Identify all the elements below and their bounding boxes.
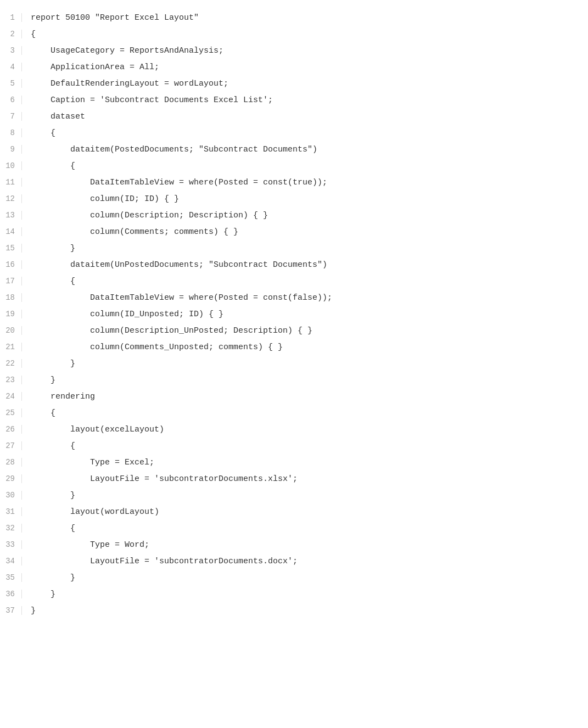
line-content: }	[22, 604, 36, 618]
line-number: 5	[0, 79, 22, 88]
line-content: UsageCategory = ReportsAndAnalysis;	[22, 44, 223, 58]
line-content: {	[22, 407, 55, 420]
code-line: 17 {	[0, 275, 588, 291]
line-number: 21	[0, 343, 22, 351]
line-content: column(ID_Unposted; ID) { }	[22, 308, 223, 321]
line-number: 19	[0, 310, 22, 318]
line-number: 34	[0, 557, 22, 565]
line-content: {	[22, 440, 75, 453]
line-number: 12	[0, 194, 22, 203]
line-content: column(Comments_Unposted; comments) { }	[22, 341, 283, 354]
code-line: 8 {	[0, 126, 588, 143]
code-line: 11 DataItemTableView = where(Posted = co…	[0, 176, 588, 192]
line-content: column(Description; Description) { }	[22, 209, 268, 222]
code-line: 27 {	[0, 439, 588, 456]
line-number: 16	[0, 260, 22, 269]
line-number: 7	[0, 112, 22, 121]
line-number: 22	[0, 359, 22, 368]
line-number: 6	[0, 96, 22, 104]
line-content: Caption = 'Subcontract Documents Excel L…	[22, 94, 273, 107]
line-number: 3	[0, 46, 22, 55]
code-line: 30 }	[0, 489, 588, 505]
code-line: 1report 50100 "Report Excel Layout"	[0, 11, 588, 27]
line-number: 32	[0, 524, 22, 533]
line-number: 26	[0, 425, 22, 434]
code-line: 6 Caption = 'Subcontract Documents Excel…	[0, 93, 588, 110]
line-content: layout(excelLayout)	[22, 423, 164, 436]
code-line: 36 }	[0, 587, 588, 604]
line-number: 8	[0, 128, 22, 137]
line-content: {	[22, 160, 75, 173]
code-line: 4 ApplicationArea = All;	[0, 60, 588, 77]
code-line: 31 layout(wordLayout)	[0, 505, 588, 522]
code-line: 32 {	[0, 522, 588, 538]
line-content: report 50100 "Report Excel Layout"	[22, 12, 199, 25]
line-content: DefaultRenderingLayout = wordLayout;	[22, 77, 228, 91]
line-number: 17	[0, 277, 22, 285]
code-line: 9 dataitem(PostedDocuments; "Subcontract…	[0, 143, 588, 159]
code-line: 37}	[0, 604, 588, 620]
line-content: LayoutFile = 'subcontratorDocuments.docx…	[22, 555, 298, 568]
code-line: 12 column(ID; ID) { }	[0, 192, 588, 209]
line-number: 20	[0, 326, 22, 335]
code-line: 25 {	[0, 406, 588, 423]
line-content: {	[22, 275, 75, 288]
line-content: Type = Word;	[22, 539, 149, 552]
line-content: }	[22, 374, 55, 387]
code-line: 33 Type = Word;	[0, 538, 588, 555]
line-number: 27	[0, 441, 22, 450]
code-line: 28 Type = Excel;	[0, 456, 588, 472]
line-content: dataitem(PostedDocuments; "Subcontract D…	[22, 143, 317, 156]
line-content: dataitem(UnPostedDocuments; "Subcontract…	[22, 259, 327, 272]
line-number: 11	[0, 178, 22, 187]
line-content: column(Description_UnPosted; Description…	[22, 324, 312, 338]
line-content: column(ID; ID) { }	[22, 193, 179, 206]
line-content: }	[22, 588, 55, 601]
code-line: 19 column(ID_Unposted; ID) { }	[0, 307, 588, 324]
line-content: DataItemTableView = where(Posted = const…	[22, 176, 327, 189]
code-block: 1report 50100 "Report Excel Layout"2{3 U…	[0, 11, 588, 620]
line-number: 36	[0, 590, 22, 598]
line-content: rendering	[22, 390, 95, 404]
line-number: 10	[0, 161, 22, 170]
line-number: 30	[0, 491, 22, 500]
code-line: 13 column(Description; Description) { }	[0, 209, 588, 225]
line-number: 24	[0, 392, 22, 401]
code-line: 34 LayoutFile = 'subcontratorDocuments.d…	[0, 555, 588, 571]
code-line: 16 dataitem(UnPostedDocuments; "Subcontr…	[0, 258, 588, 275]
line-content: }	[22, 489, 75, 502]
line-number: 33	[0, 540, 22, 549]
code-line: 5 DefaultRenderingLayout = wordLayout;	[0, 77, 588, 93]
line-number: 29	[0, 474, 22, 483]
line-number: 23	[0, 376, 22, 384]
line-number: 15	[0, 244, 22, 253]
code-line: 26 layout(excelLayout)	[0, 423, 588, 439]
line-content: column(Comments; comments) { }	[22, 226, 238, 239]
line-number: 31	[0, 507, 22, 516]
code-line: 22 }	[0, 357, 588, 373]
code-line: 7 dataset	[0, 110, 588, 126]
line-number: 25	[0, 408, 22, 417]
code-line: 14 column(Comments; comments) { }	[0, 225, 588, 242]
code-line: 23 }	[0, 373, 588, 390]
line-number: 2	[0, 30, 22, 38]
line-number: 9	[0, 145, 22, 154]
line-content: {	[22, 522, 75, 535]
code-line: 18 DataItemTableView = where(Posted = co…	[0, 291, 588, 307]
line-number: 14	[0, 227, 22, 236]
code-line: 29 LayoutFile = 'subcontratorDocuments.x…	[0, 472, 588, 489]
line-number: 37	[0, 606, 22, 615]
code-line: 15 }	[0, 242, 588, 258]
code-line: 21 column(Comments_Unposted; comments) {…	[0, 340, 588, 357]
line-content: ApplicationArea = All;	[22, 61, 159, 74]
line-content: layout(wordLayout)	[22, 506, 159, 519]
code-line: 10 {	[0, 159, 588, 176]
line-number: 4	[0, 63, 22, 71]
code-line: 24 rendering	[0, 390, 588, 406]
code-line: 20 column(Description_UnPosted; Descript…	[0, 324, 588, 340]
code-container: 1report 50100 "Report Excel Layout"2{3 U…	[0, 0, 588, 728]
line-content: }	[22, 357, 75, 371]
line-content: {	[22, 28, 36, 41]
line-number: 28	[0, 458, 22, 467]
line-number: 13	[0, 211, 22, 220]
